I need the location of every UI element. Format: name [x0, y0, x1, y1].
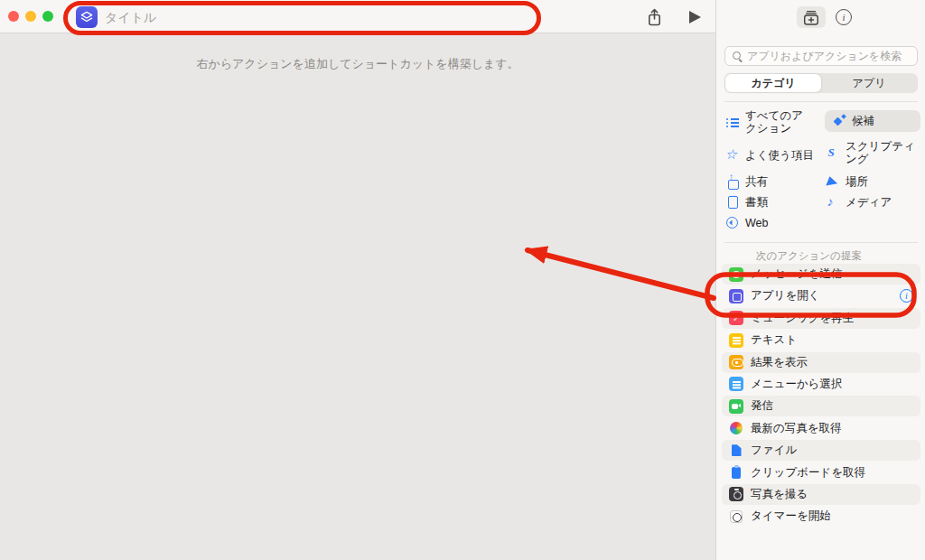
empty-canvas-hint: 右からアクションを追加してショートカットを構築します。 — [0, 56, 715, 72]
action-choose-from-menu[interactable]: メニューから選択 — [722, 374, 920, 395]
category-scripting[interactable]: スクリプティング — [825, 140, 920, 165]
photos-icon — [729, 421, 743, 435]
timer-icon — [729, 509, 743, 524]
category-documents[interactable]: 書類 — [724, 194, 820, 210]
file-icon — [729, 443, 743, 458]
close-button[interactable] — [8, 11, 19, 22]
music-icon — [729, 311, 743, 325]
category-sharing[interactable]: 共有 — [724, 173, 820, 189]
music-note-icon — [825, 194, 840, 210]
category-grid: すべてのアクション よく使う項目 共有 書類 Web — [716, 104, 925, 241]
text-icon — [729, 333, 743, 348]
action-library-toggle-button[interactable] — [797, 6, 826, 28]
action-library-panel: i カテゴリ アプリ すべてのアクション よく使う項目 — [715, 0, 925, 560]
shortcuts-window: 右からアクションを追加してショートカットを構築します。 i カテゴリ アプリ — [0, 0, 925, 560]
divider — [724, 242, 918, 243]
action-send-message[interactable]: メッセージを送信 — [722, 264, 920, 285]
minimize-button[interactable] — [25, 11, 36, 22]
sparkle-icon — [831, 114, 846, 129]
zoom-button[interactable] — [42, 11, 53, 22]
list-bullet-icon — [724, 115, 740, 130]
category-location[interactable]: 場所 — [825, 173, 920, 189]
action-get-latest-photos[interactable]: 最新の写真を取得 — [722, 418, 920, 439]
shortcut-title-input[interactable] — [105, 7, 529, 27]
show-result-icon — [729, 355, 743, 369]
category-media[interactable]: メディア — [825, 194, 920, 210]
messages-icon — [729, 267, 743, 282]
star-icon — [724, 147, 740, 163]
menu-icon — [729, 377, 743, 391]
open-app-icon — [729, 289, 743, 303]
tab-apps[interactable]: アプリ — [821, 74, 917, 92]
action-text[interactable]: テキスト — [722, 330, 920, 350]
shortcut-canvas: 右からアクションを追加してショートカットを構築します。 — [0, 34, 715, 560]
category-favorites[interactable]: よく使う項目 — [724, 147, 820, 163]
category-all-actions[interactable]: すべてのアクション — [724, 109, 820, 135]
action-info-icon[interactable]: i — [900, 289, 913, 303]
suggestions-list: メッセージを送信 アプリを開く i ミュージックを再生 テキスト 結果を表示 — [722, 264, 920, 528]
location-arrow-icon — [825, 173, 840, 189]
category-column-right: 候補 スクリプティング 場所 メディア — [825, 104, 920, 210]
divider — [724, 101, 918, 102]
document-icon — [724, 194, 740, 210]
editor-region: 右からアクションを追加してショートカットを構築します。 — [0, 0, 715, 560]
action-file[interactable]: ファイル — [722, 440, 920, 461]
titlebar — [0, 0, 715, 33]
scripting-icon — [825, 145, 840, 161]
call-icon — [729, 399, 743, 414]
shortcut-details-button[interactable]: i — [836, 9, 852, 25]
suggestions-header: 次のアクションの提案 — [756, 249, 862, 263]
compass-icon — [724, 215, 740, 230]
tab-categories[interactable]: カテゴリ — [725, 74, 821, 92]
share-button[interactable] — [641, 6, 667, 28]
action-play-music[interactable]: ミュージックを再生 — [722, 308, 920, 329]
play-icon — [689, 11, 701, 23]
share-icon — [647, 8, 662, 27]
shortcut-app-icon — [76, 6, 98, 28]
share-box-icon — [724, 173, 740, 189]
library-mode-segmented-control: カテゴリ アプリ — [724, 73, 918, 93]
action-place-call[interactable]: 発信 — [722, 396, 920, 416]
camera-icon — [729, 487, 743, 501]
action-search-field[interactable] — [724, 46, 918, 66]
clipboard-icon — [729, 465, 743, 480]
category-column-left: すべてのアクション よく使う項目 共有 書類 Web — [724, 104, 820, 230]
category-web[interactable]: Web — [724, 215, 820, 230]
action-start-timer[interactable]: タイマーを開始 — [722, 506, 920, 527]
search-icon — [732, 51, 743, 61]
action-open-app[interactable]: アプリを開く i — [722, 285, 920, 306]
action-library-icon — [803, 10, 819, 25]
category-suggestions[interactable]: 候補 — [825, 110, 920, 132]
run-button[interactable] — [682, 6, 707, 28]
action-get-clipboard[interactable]: クリップボードを取得 — [722, 462, 920, 483]
action-show-result[interactable]: 結果を表示 — [722, 352, 920, 373]
action-take-photo[interactable]: 写真を撮る — [722, 484, 920, 505]
search-input[interactable] — [747, 50, 911, 62]
